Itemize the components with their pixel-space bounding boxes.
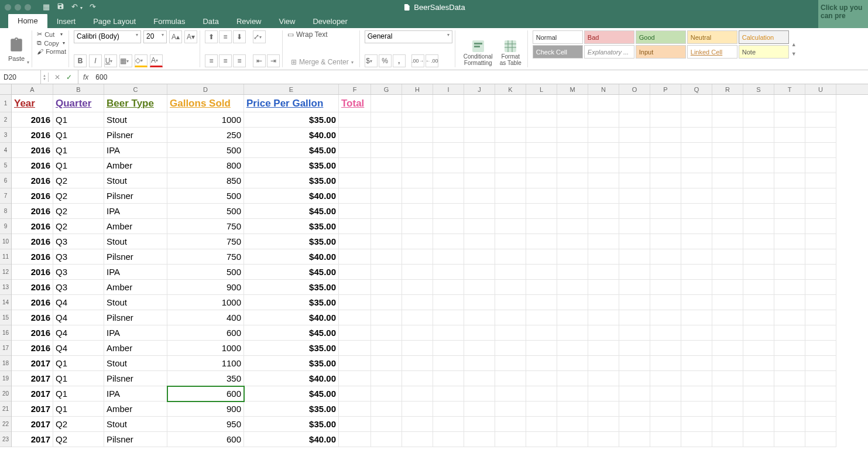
- cell[interactable]: [681, 356, 712, 371]
- cell[interactable]: [433, 310, 464, 325]
- cell[interactable]: 1000: [167, 112, 244, 128]
- cell[interactable]: [402, 173, 433, 188]
- cell[interactable]: [526, 295, 557, 310]
- increase-indent-button[interactable]: ⇥: [267, 54, 280, 67]
- cell[interactable]: Q1: [53, 356, 104, 371]
- cell[interactable]: [464, 158, 495, 173]
- align-center-button[interactable]: ≡: [219, 54, 232, 67]
- cell[interactable]: 400: [167, 310, 244, 325]
- col-header-H[interactable]: H: [402, 84, 433, 94]
- cell[interactable]: [805, 280, 836, 295]
- cell[interactable]: [557, 371, 588, 386]
- cell[interactable]: 1000: [167, 341, 244, 356]
- cell[interactable]: [650, 341, 681, 356]
- cell[interactable]: [371, 188, 402, 204]
- cell[interactable]: [619, 371, 650, 386]
- cell[interactable]: [402, 356, 433, 371]
- header-cell[interactable]: Year: [12, 95, 53, 112]
- cell[interactable]: [774, 417, 805, 432]
- cell[interactable]: 2016: [12, 173, 53, 188]
- cell[interactable]: [526, 112, 557, 128]
- cell[interactable]: [339, 249, 371, 265]
- cell[interactable]: [433, 295, 464, 310]
- cell[interactable]: [402, 128, 433, 143]
- cell[interactable]: [712, 158, 743, 173]
- cell[interactable]: [433, 173, 464, 188]
- cell[interactable]: [681, 401, 712, 417]
- cell[interactable]: [650, 356, 681, 371]
- row-header-12[interactable]: 12: [0, 265, 11, 280]
- cell[interactable]: $35.00: [244, 219, 339, 234]
- cell[interactable]: [526, 401, 557, 417]
- cell[interactable]: Pilsner: [104, 432, 167, 447]
- cell[interactable]: [805, 325, 836, 341]
- cell[interactable]: 750: [167, 249, 244, 265]
- row-header-1[interactable]: 1: [0, 95, 11, 112]
- cell[interactable]: $35.00: [244, 280, 339, 295]
- cell[interactable]: $40.00: [244, 249, 339, 265]
- cell[interactable]: [557, 417, 588, 432]
- cell[interactable]: [495, 356, 526, 371]
- cell[interactable]: [619, 173, 650, 188]
- cell[interactable]: [433, 249, 464, 265]
- cell[interactable]: $35.00: [244, 234, 339, 249]
- cell[interactable]: [433, 204, 464, 219]
- cell[interactable]: [774, 310, 805, 325]
- percent-button[interactable]: %: [379, 54, 392, 67]
- style-good[interactable]: Good: [636, 30, 686, 44]
- paste-dropdown-icon[interactable]: ▾: [27, 60, 29, 65]
- cell[interactable]: [712, 234, 743, 249]
- cell[interactable]: [681, 95, 712, 112]
- cell[interactable]: [619, 95, 650, 112]
- minimize-icon[interactable]: [15, 4, 21, 11]
- style-neutral[interactable]: Neutral: [687, 30, 737, 44]
- cell[interactable]: [650, 128, 681, 143]
- cell[interactable]: [557, 188, 588, 204]
- row-header-18[interactable]: 18: [0, 356, 11, 371]
- cell[interactable]: [339, 310, 371, 325]
- cell[interactable]: [588, 234, 619, 249]
- styles-up-icon[interactable]: ▲: [791, 42, 797, 47]
- font-size-select[interactable]: 20 ▾: [143, 30, 167, 43]
- cell[interactable]: $35.00: [244, 173, 339, 188]
- style-calculation[interactable]: Calculation: [739, 30, 789, 44]
- cell[interactable]: [619, 295, 650, 310]
- cell[interactable]: [464, 280, 495, 295]
- cell[interactable]: 2017: [12, 432, 53, 447]
- cell[interactable]: Q4: [53, 341, 104, 356]
- cell[interactable]: [805, 158, 836, 173]
- cell[interactable]: $40.00: [244, 188, 339, 204]
- cell[interactable]: [774, 143, 805, 158]
- row-header-15[interactable]: 15: [0, 310, 11, 325]
- cell[interactable]: [650, 219, 681, 234]
- row-header-17[interactable]: 17: [0, 341, 11, 356]
- cell[interactable]: [339, 341, 371, 356]
- cell[interactable]: [805, 310, 836, 325]
- cell[interactable]: [650, 386, 681, 401]
- currency-button[interactable]: $▾: [365, 54, 378, 67]
- cell[interactable]: Q1: [53, 128, 104, 143]
- cell[interactable]: [339, 128, 371, 143]
- styles-down-icon[interactable]: ▼: [791, 51, 797, 57]
- cell[interactable]: 2016: [12, 158, 53, 173]
- cell[interactable]: [650, 401, 681, 417]
- cell[interactable]: [371, 401, 402, 417]
- cell[interactable]: [588, 341, 619, 356]
- cell[interactable]: [774, 386, 805, 401]
- col-header-U[interactable]: U: [805, 84, 836, 94]
- cell[interactable]: [464, 128, 495, 143]
- cell[interactable]: [712, 280, 743, 295]
- row-header-19[interactable]: 19: [0, 371, 11, 386]
- cell[interactable]: [557, 280, 588, 295]
- cell[interactable]: Q1: [53, 158, 104, 173]
- cell[interactable]: [526, 128, 557, 143]
- cell[interactable]: [712, 295, 743, 310]
- cell[interactable]: [712, 417, 743, 432]
- cell[interactable]: [495, 401, 526, 417]
- cell[interactable]: [805, 219, 836, 234]
- cell[interactable]: [774, 295, 805, 310]
- cell[interactable]: [619, 158, 650, 173]
- cell[interactable]: [805, 432, 836, 447]
- cell[interactable]: [402, 219, 433, 234]
- save-icon[interactable]: [57, 2, 64, 12]
